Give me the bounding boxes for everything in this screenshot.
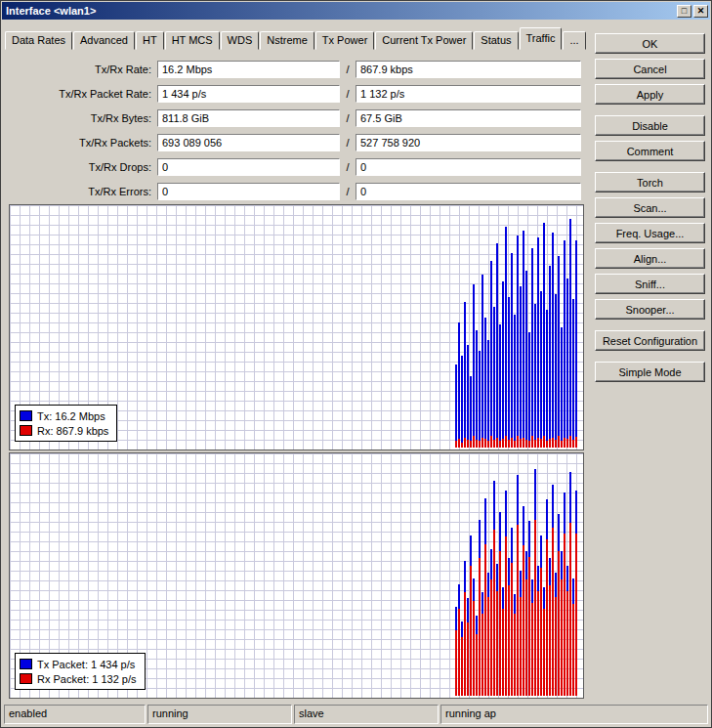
rx-packet-legend-label: Rx Packet: 1 132 p/s: [37, 673, 137, 685]
row-packet-rate: Tx/Rx Packet Rate: /: [5, 81, 587, 106]
rx-packet-legend-swatch: [20, 673, 32, 684]
tx-legend-label: Tx: 16.2 Mbps: [37, 410, 105, 422]
rx-drops-field[interactable]: [356, 158, 581, 176]
errors-label: Tx/Rx Errors:: [5, 186, 151, 197]
tx-packets-field[interactable]: [157, 134, 340, 151]
row-errors: Tx/Rx Errors: /: [5, 179, 587, 203]
tab-data-rates[interactable]: Data Rates: [5, 31, 72, 50]
packet-rate-separator: /: [340, 88, 356, 100]
bytes-separator: /: [340, 112, 356, 124]
tx-packet-legend-swatch: [20, 659, 32, 669]
snooper-button[interactable]: Snooper...: [595, 299, 705, 320]
row-rate: Tx/Rx Rate: /: [5, 57, 587, 81]
titlebar[interactable]: Interface <wlan1> □ ✕: [2, 2, 710, 20]
status-bar: enabled running slave running ap: [4, 705, 708, 724]
drops-label: Tx/Rx Drops:: [5, 161, 151, 173]
rx-rate-field[interactable]: [356, 61, 581, 78]
rate-label: Tx/Rx Rate:: [5, 64, 151, 75]
tab-more[interactable]: ...: [563, 31, 585, 50]
sniff-button[interactable]: Sniff...: [595, 274, 705, 294]
traffic-chart-legend: Tx: 16.2 Mbps Rx: 867.9 kbps: [15, 405, 117, 442]
rx-bytes-field[interactable]: [356, 109, 581, 127]
packet-rate-chart: Tx Packet: 1 434 p/s Rx Packet: 1 132 p/…: [9, 452, 584, 699]
cancel-button[interactable]: Cancel: [595, 59, 705, 79]
packet-rate-label: Tx/Rx Packet Rate:: [5, 88, 151, 100]
tab-status[interactable]: Status: [474, 31, 518, 50]
row-bytes: Tx/Rx Bytes: /: [5, 106, 587, 130]
legend-row-tx: Tx: 16.2 Mbps: [20, 408, 108, 423]
tx-packet-legend-label: Tx Packet: 1 434 p/s: [37, 659, 135, 670]
apply-button[interactable]: Apply: [595, 84, 705, 105]
packets-label: Tx/Rx Packets:: [5, 137, 151, 149]
interface-dialog: Interface <wlan1> □ ✕ Data Rates Advance…: [0, 0, 712, 728]
torch-button[interactable]: Torch: [595, 172, 705, 193]
errors-separator: /: [340, 186, 356, 197]
rx-errors-field[interactable]: [356, 183, 581, 200]
window-controls: □ ✕: [677, 5, 710, 18]
rx-packets-field[interactable]: [356, 134, 581, 151]
tx-legend-swatch: [20, 410, 32, 421]
rate-separator: /: [340, 64, 356, 75]
drops-separator: /: [340, 161, 356, 173]
tx-rate-field[interactable]: [157, 61, 340, 78]
align-button[interactable]: Align...: [595, 248, 705, 269]
traffic-fields: Tx/Rx Rate: / Tx/Rx Packet Rate: / Tx/Rx…: [5, 57, 587, 203]
tab-tx-power[interactable]: Tx Power: [315, 31, 374, 50]
tab-strip: Data Rates Advanced HT HT MCS WDS Nstrem…: [5, 27, 587, 50]
tab-ht[interactable]: HT: [136, 31, 164, 50]
rx-legend-swatch: [20, 425, 32, 436]
traffic-rate-chart: Tx: 16.2 Mbps Rx: 867.9 kbps: [9, 204, 584, 450]
tx-packet-rate-field[interactable]: [157, 85, 340, 103]
legend-row-rx-packet: Rx Packet: 1 132 p/s: [20, 671, 137, 686]
status-running-ap: running ap: [440, 705, 708, 724]
tab-nstreme[interactable]: Nstreme: [260, 31, 314, 50]
bytes-label: Tx/Rx Bytes:: [5, 112, 151, 124]
reset-configuration-button[interactable]: Reset Configuration: [595, 330, 705, 351]
tx-errors-field[interactable]: [157, 183, 340, 200]
action-buttons: OK Cancel Apply Disable Comment Torch Sc…: [595, 33, 705, 387]
tx-drops-field[interactable]: [157, 158, 340, 176]
status-slave: slave: [294, 705, 439, 724]
legend-row-tx-packet: Tx Packet: 1 434 p/s: [20, 657, 137, 671]
packets-separator: /: [340, 137, 356, 149]
simple-mode-button[interactable]: Simple Mode: [595, 362, 705, 382]
maximize-button[interactable]: □: [677, 5, 691, 18]
rx-packet-rate-field[interactable]: [356, 85, 581, 103]
window-title: Interface <wlan1>: [6, 5, 96, 17]
comment-button[interactable]: Comment: [595, 141, 705, 161]
scan-button[interactable]: Scan...: [595, 197, 705, 218]
packet-chart-legend: Tx Packet: 1 434 p/s Rx Packet: 1 132 p/…: [15, 653, 146, 690]
tab-ht-mcs[interactable]: HT MCS: [165, 31, 220, 50]
tab-wds[interactable]: WDS: [221, 31, 260, 50]
row-packets: Tx/Rx Packets: /: [5, 130, 587, 154]
tab-advanced[interactable]: Advanced: [73, 31, 135, 50]
freq-usage-button[interactable]: Freq. Usage...: [595, 223, 705, 243]
tab-traffic[interactable]: Traffic: [520, 27, 563, 50]
tx-bytes-field[interactable]: [157, 109, 340, 127]
row-drops: Tx/Rx Drops: /: [5, 154, 587, 179]
tab-current-tx-power[interactable]: Current Tx Power: [375, 31, 473, 50]
close-button[interactable]: ✕: [693, 5, 708, 18]
status-running: running: [147, 705, 292, 724]
ok-button[interactable]: OK: [595, 33, 705, 54]
status-enabled: enabled: [4, 705, 146, 724]
disable-button[interactable]: Disable: [595, 115, 705, 136]
rx-legend-label: Rx: 867.9 kbps: [37, 425, 108, 437]
legend-row-rx: Rx: 867.9 kbps: [20, 423, 108, 438]
